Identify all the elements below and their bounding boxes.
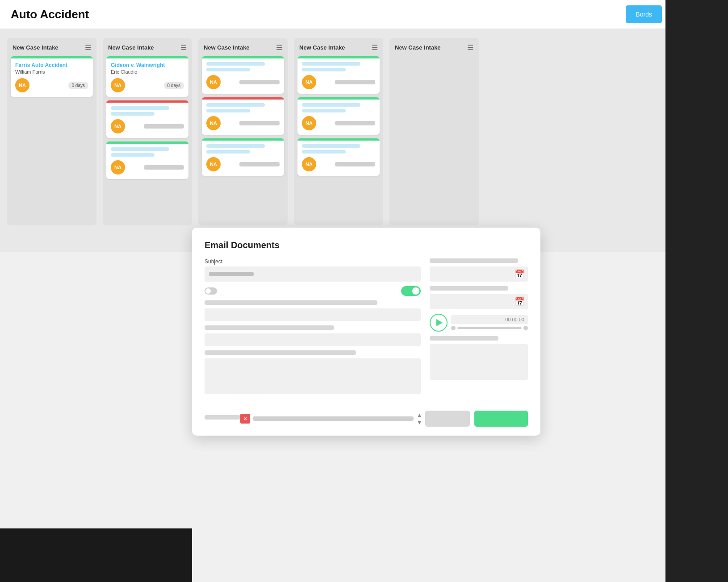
avatar: NA: [302, 157, 316, 171]
card-col3-2[interactable]: NA: [202, 97, 284, 135]
email-documents-modal: Email Documents Subject: [192, 228, 540, 436]
audio-right: 00.00.00: [451, 315, 528, 330]
board-area: New Case Intake ☰ Farris Auto Accident W…: [0, 29, 728, 252]
column-1: New Case Intake ☰ Farris Auto Accident W…: [7, 38, 96, 225]
avatar: NA: [302, 75, 316, 89]
avatar: NA: [206, 116, 221, 130]
card-body: NA: [297, 141, 380, 176]
field-input-1[interactable]: [205, 308, 421, 321]
avatar: NA: [111, 78, 125, 92]
column-1-menu-icon[interactable]: ☰: [85, 43, 91, 52]
calendar-icon-1[interactable]: 📅: [515, 269, 524, 279]
audio-dot-right[interactable]: [523, 326, 528, 330]
card-line: [302, 62, 360, 66]
audio-dot-left[interactable]: [451, 326, 456, 330]
card-body: NA: [202, 100, 284, 135]
card-footer: NA: [206, 75, 280, 89]
avatar: NA: [206, 75, 221, 89]
avatar: NA: [302, 116, 316, 130]
right-panel: [665, 0, 728, 582]
card-action-bar: [144, 165, 184, 170]
card-col2-2[interactable]: NA: [106, 100, 188, 138]
modal-footer: ✕ ▲ ▼: [205, 405, 528, 427]
bords-button[interactable]: Bords: [626, 5, 662, 23]
column-2-menu-icon[interactable]: ☰: [180, 43, 187, 52]
card-line: [302, 109, 346, 112]
card-col4-1[interactable]: NA: [297, 56, 380, 94]
field-line-3: [205, 350, 356, 355]
card-line: [302, 144, 360, 148]
avatar: NA: [111, 119, 125, 133]
footer-buttons: [425, 411, 528, 427]
avatar: NA: [15, 78, 29, 92]
column-3-menu-icon[interactable]: ☰: [276, 43, 282, 52]
card-footer: NA: [111, 160, 184, 175]
card-action-bar: [335, 80, 375, 84]
field-line-1: [205, 300, 377, 305]
modal-body: Subject 📅: [205, 258, 528, 399]
column-3: New Case Intake ☰ NA: [198, 38, 288, 225]
card-col3-3[interactable]: NA: [202, 138, 284, 176]
toggle-left[interactable]: [205, 287, 217, 295]
card-col2-3[interactable]: NA: [106, 141, 188, 179]
card-farris[interactable]: Farris Auto Accident William Farris NA 0…: [11, 56, 93, 97]
card-line: [111, 106, 169, 110]
column-4-content: NA NA: [294, 56, 383, 176]
field-line-2: [205, 325, 334, 330]
days-badge: 8 days: [164, 82, 184, 89]
right-textarea[interactable]: [430, 344, 528, 380]
toggle-right[interactable]: [401, 286, 421, 296]
header: Auto Accident Bords Edit Filters: [0, 0, 728, 29]
card-footer: NA 8 days: [111, 78, 184, 92]
card-body: Farris Auto Accident William Farris NA 0…: [11, 58, 93, 97]
card-subtitle: Eric Claudio: [111, 69, 184, 75]
column-4-menu-icon[interactable]: ☰: [372, 43, 378, 52]
card-footer: NA: [206, 116, 280, 130]
card-line: [206, 62, 265, 66]
subject-input-wrapper[interactable]: [205, 266, 421, 282]
card-line: [206, 103, 265, 107]
modal-title: Email Documents: [205, 240, 528, 250]
card-action-bar: [144, 124, 184, 129]
column-5-menu-icon[interactable]: ☰: [467, 43, 473, 52]
column-2-title: New Case Intake: [108, 44, 154, 51]
card-subtitle: William Farris: [15, 69, 88, 75]
column-1-header: New Case Intake ☰: [7, 38, 96, 56]
send-button[interactable]: [474, 411, 528, 427]
right-line-1: [430, 258, 518, 263]
file-delete-icon[interactable]: ✕: [240, 414, 250, 424]
column-2: New Case Intake ☰ Gideon v. Wainwright E…: [103, 38, 192, 225]
card-footer: NA: [302, 116, 375, 130]
audio-track[interactable]: [457, 327, 522, 329]
card-line: [302, 103, 360, 107]
card-body: NA: [106, 103, 188, 138]
field-input-2[interactable]: [205, 333, 421, 346]
card-title: Gideon v. Wainwright: [111, 62, 184, 68]
card-col4-2[interactable]: NA: [297, 97, 380, 135]
card-line: [206, 109, 250, 112]
page-title: Auto Accident: [11, 8, 89, 21]
calendar-icon-2[interactable]: 📅: [515, 297, 524, 307]
card-footer: NA 0 days: [15, 78, 88, 92]
card-col4-3[interactable]: NA: [297, 138, 380, 176]
right-input-2[interactable]: 📅: [430, 294, 528, 309]
column-3-content: NA NA: [198, 56, 288, 176]
card-gideon[interactable]: Gideon v. Wainwright Eric Claudio NA 8 d…: [106, 56, 188, 97]
cancel-button[interactable]: [425, 411, 470, 427]
subject-placeholder-line: [209, 272, 254, 276]
column-5-header: New Case Intake ☰: [389, 38, 479, 56]
toggle-row: [205, 286, 421, 296]
file-sort-arrows[interactable]: ▲ ▼: [416, 412, 423, 426]
card-line: [206, 144, 265, 148]
textarea-1[interactable]: [205, 358, 421, 394]
column-4: New Case Intake ☰ NA: [294, 38, 383, 225]
card-body: NA: [202, 58, 284, 94]
modal-left: Subject: [205, 258, 421, 399]
card-col3-1[interactable]: NA: [202, 56, 284, 94]
column-5: New Case Intake ☰: [389, 38, 479, 225]
audio-player: 00.00.00: [430, 314, 528, 332]
right-input-1[interactable]: 📅: [430, 266, 528, 282]
bottom-panel: [0, 528, 192, 582]
play-button[interactable]: [430, 314, 448, 332]
card-title: Farris Auto Accident: [15, 62, 88, 68]
